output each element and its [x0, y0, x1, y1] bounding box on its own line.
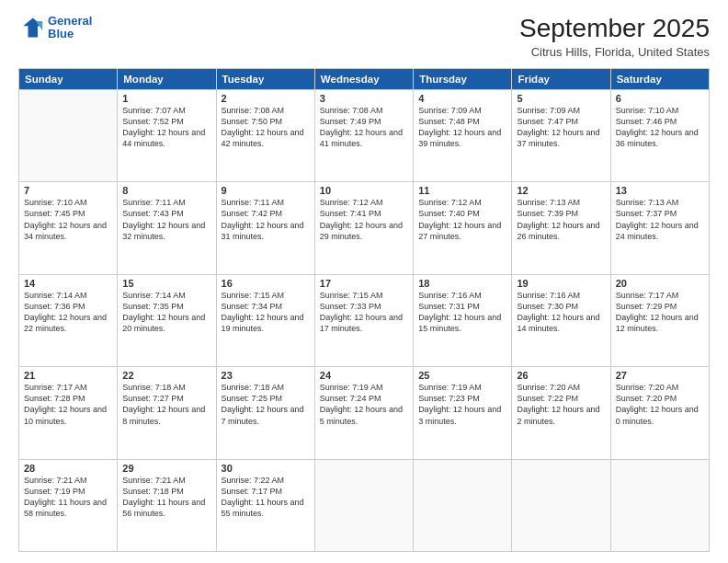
calendar-cell: 26Sunrise: 7:20 AM Sunset: 7:22 PM Dayli…	[512, 367, 610, 459]
day-info: Sunrise: 7:17 AM Sunset: 7:29 PM Dayligh…	[616, 290, 704, 335]
day-info: Sunrise: 7:19 AM Sunset: 7:23 PM Dayligh…	[418, 382, 506, 427]
day-info: Sunrise: 7:13 AM Sunset: 7:39 PM Dayligh…	[517, 197, 605, 242]
calendar-cell: 1Sunrise: 7:07 AM Sunset: 7:52 PM Daylig…	[118, 89, 216, 181]
calendar-day-header: Monday	[118, 68, 216, 89]
calendar-day-header: Friday	[512, 68, 610, 89]
calendar-cell: 14Sunrise: 7:14 AM Sunset: 7:36 PM Dayli…	[19, 274, 118, 366]
calendar-day-header: Thursday	[414, 68, 512, 89]
subtitle: Citrus Hills, Florida, United States	[519, 45, 710, 59]
day-info: Sunrise: 7:09 AM Sunset: 7:47 PM Dayligh…	[517, 105, 605, 150]
day-info: Sunrise: 7:15 AM Sunset: 7:33 PM Dayligh…	[320, 290, 408, 335]
calendar-cell: 13Sunrise: 7:13 AM Sunset: 7:37 PM Dayli…	[610, 182, 709, 274]
day-number: 27	[616, 370, 704, 381]
day-number: 17	[320, 278, 408, 289]
day-info: Sunrise: 7:17 AM Sunset: 7:28 PM Dayligh…	[24, 382, 112, 427]
calendar-day-header: Tuesday	[216, 68, 314, 89]
day-info: Sunrise: 7:20 AM Sunset: 7:20 PM Dayligh…	[616, 382, 704, 427]
day-info: Sunrise: 7:22 AM Sunset: 7:17 PM Dayligh…	[222, 475, 310, 520]
day-number: 26	[517, 370, 605, 381]
calendar-week-row: 28Sunrise: 7:21 AM Sunset: 7:19 PM Dayli…	[19, 459, 710, 551]
calendar-cell: 17Sunrise: 7:15 AM Sunset: 7:33 PM Dayli…	[314, 274, 413, 366]
day-info: Sunrise: 7:09 AM Sunset: 7:48 PM Dayligh…	[418, 105, 506, 150]
calendar-cell: 8Sunrise: 7:11 AM Sunset: 7:43 PM Daylig…	[118, 182, 216, 274]
day-info: Sunrise: 7:11 AM Sunset: 7:43 PM Dayligh…	[122, 197, 210, 242]
calendar-week-row: 7Sunrise: 7:10 AM Sunset: 7:45 PM Daylig…	[19, 182, 710, 274]
calendar-cell	[314, 459, 413, 551]
header: General Blue September 2025 Citrus Hills…	[18, 15, 710, 59]
day-number: 19	[517, 278, 605, 289]
calendar-table: SundayMondayTuesdayWednesdayThursdayFrid…	[18, 68, 710, 552]
calendar-cell: 15Sunrise: 7:14 AM Sunset: 7:35 PM Dayli…	[118, 274, 216, 366]
page: General Blue September 2025 Citrus Hills…	[0, 0, 728, 563]
calendar-week-row: 14Sunrise: 7:14 AM Sunset: 7:36 PM Dayli…	[19, 274, 710, 366]
day-number: 18	[418, 278, 506, 289]
day-info: Sunrise: 7:21 AM Sunset: 7:19 PM Dayligh…	[24, 475, 112, 520]
day-info: Sunrise: 7:18 AM Sunset: 7:25 PM Dayligh…	[222, 382, 310, 427]
day-number: 13	[616, 185, 704, 196]
day-info: Sunrise: 7:10 AM Sunset: 7:46 PM Dayligh…	[616, 105, 704, 150]
day-number: 25	[418, 370, 506, 381]
calendar-cell: 23Sunrise: 7:18 AM Sunset: 7:25 PM Dayli…	[216, 367, 314, 459]
logo-icon	[18, 15, 44, 40]
calendar-cell: 11Sunrise: 7:12 AM Sunset: 7:40 PM Dayli…	[414, 182, 512, 274]
calendar-cell: 24Sunrise: 7:19 AM Sunset: 7:24 PM Dayli…	[314, 367, 413, 459]
day-number: 11	[418, 185, 506, 196]
logo-text: General Blue	[48, 15, 92, 41]
calendar-cell	[610, 459, 709, 551]
logo-blue: Blue	[48, 27, 74, 40]
calendar-cell: 30Sunrise: 7:22 AM Sunset: 7:17 PM Dayli…	[216, 459, 314, 551]
calendar-day-header: Sunday	[19, 68, 118, 89]
calendar-cell: 21Sunrise: 7:17 AM Sunset: 7:28 PM Dayli…	[19, 367, 118, 459]
calendar-cell: 10Sunrise: 7:12 AM Sunset: 7:41 PM Dayli…	[314, 182, 413, 274]
day-info: Sunrise: 7:14 AM Sunset: 7:36 PM Dayligh…	[24, 290, 112, 335]
main-title: September 2025	[519, 15, 710, 43]
day-number: 23	[222, 370, 310, 381]
day-number: 28	[24, 463, 112, 474]
calendar-cell: 9Sunrise: 7:11 AM Sunset: 7:42 PM Daylig…	[216, 182, 314, 274]
day-number: 10	[320, 185, 408, 196]
day-number: 8	[122, 185, 210, 196]
calendar-day-header: Wednesday	[314, 68, 413, 89]
calendar-cell: 20Sunrise: 7:17 AM Sunset: 7:29 PM Dayli…	[610, 274, 709, 366]
day-info: Sunrise: 7:12 AM Sunset: 7:40 PM Dayligh…	[418, 197, 506, 242]
day-number: 24	[320, 370, 408, 381]
calendar-cell: 28Sunrise: 7:21 AM Sunset: 7:19 PM Dayli…	[19, 459, 118, 551]
calendar-cell: 18Sunrise: 7:16 AM Sunset: 7:31 PM Dayli…	[414, 274, 512, 366]
calendar-cell	[414, 459, 512, 551]
day-number: 14	[24, 278, 112, 289]
calendar-cell: 4Sunrise: 7:09 AM Sunset: 7:48 PM Daylig…	[414, 89, 512, 181]
day-number: 12	[517, 185, 605, 196]
day-number: 7	[24, 185, 112, 196]
day-number: 3	[320, 93, 408, 104]
calendar-cell: 7Sunrise: 7:10 AM Sunset: 7:45 PM Daylig…	[19, 182, 118, 274]
day-info: Sunrise: 7:19 AM Sunset: 7:24 PM Dayligh…	[320, 382, 408, 427]
day-info: Sunrise: 7:08 AM Sunset: 7:50 PM Dayligh…	[222, 105, 310, 150]
calendar-header-row: SundayMondayTuesdayWednesdayThursdayFrid…	[19, 68, 710, 89]
calendar-body: 1Sunrise: 7:07 AM Sunset: 7:52 PM Daylig…	[19, 89, 710, 551]
day-number: 1	[122, 93, 210, 104]
calendar-cell: 22Sunrise: 7:18 AM Sunset: 7:27 PM Dayli…	[118, 367, 216, 459]
day-info: Sunrise: 7:15 AM Sunset: 7:34 PM Dayligh…	[222, 290, 310, 335]
day-info: Sunrise: 7:08 AM Sunset: 7:49 PM Dayligh…	[320, 105, 408, 150]
day-number: 2	[222, 93, 310, 104]
day-info: Sunrise: 7:13 AM Sunset: 7:37 PM Dayligh…	[616, 197, 704, 242]
calendar-cell: 27Sunrise: 7:20 AM Sunset: 7:20 PM Dayli…	[610, 367, 709, 459]
day-info: Sunrise: 7:12 AM Sunset: 7:41 PM Dayligh…	[320, 197, 408, 242]
day-number: 22	[122, 370, 210, 381]
calendar-cell: 5Sunrise: 7:09 AM Sunset: 7:47 PM Daylig…	[512, 89, 610, 181]
day-info: Sunrise: 7:16 AM Sunset: 7:31 PM Dayligh…	[418, 290, 506, 335]
day-info: Sunrise: 7:11 AM Sunset: 7:42 PM Dayligh…	[222, 197, 310, 242]
title-block: September 2025 Citrus Hills, Florida, Un…	[519, 15, 710, 59]
day-number: 9	[222, 185, 310, 196]
calendar-cell: 12Sunrise: 7:13 AM Sunset: 7:39 PM Dayli…	[512, 182, 610, 274]
day-number: 5	[517, 93, 605, 104]
calendar-week-row: 21Sunrise: 7:17 AM Sunset: 7:28 PM Dayli…	[19, 367, 710, 459]
calendar-cell	[512, 459, 610, 551]
day-info: Sunrise: 7:20 AM Sunset: 7:22 PM Dayligh…	[517, 382, 605, 427]
calendar-cell: 2Sunrise: 7:08 AM Sunset: 7:50 PM Daylig…	[216, 89, 314, 181]
calendar-cell: 29Sunrise: 7:21 AM Sunset: 7:18 PM Dayli…	[118, 459, 216, 551]
calendar-cell: 3Sunrise: 7:08 AM Sunset: 7:49 PM Daylig…	[314, 89, 413, 181]
day-info: Sunrise: 7:21 AM Sunset: 7:18 PM Dayligh…	[122, 475, 210, 520]
calendar-cell: 25Sunrise: 7:19 AM Sunset: 7:23 PM Dayli…	[414, 367, 512, 459]
logo: General Blue	[18, 15, 92, 41]
